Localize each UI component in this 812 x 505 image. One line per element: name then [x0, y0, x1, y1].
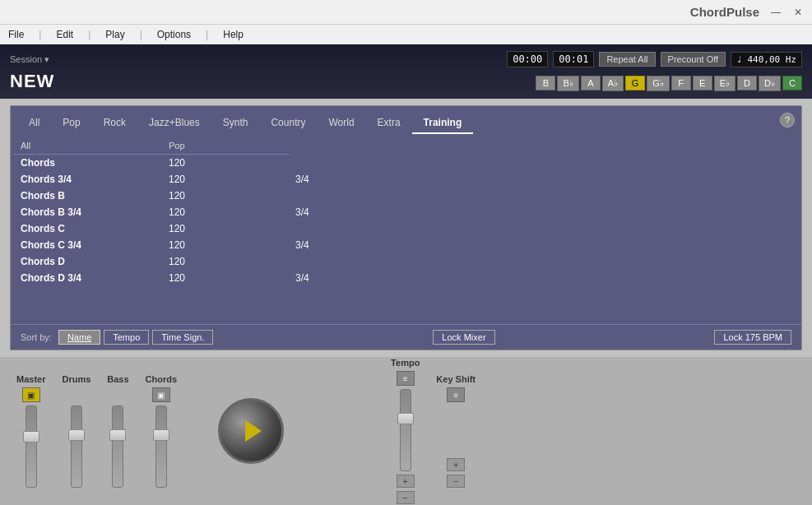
master-label: Master	[16, 374, 45, 384]
chords-fader-track[interactable]	[155, 405, 167, 488]
key-button-Gb[interactable]: G♭	[647, 76, 670, 91]
precount-button[interactable]: Precount Off	[661, 52, 726, 67]
sort-row: Sort by: Name Tempo Time Sign. Lock Mixe…	[11, 324, 801, 350]
category-tabs: AllPopRockJazz+BluesSynthCountryWorldExt…	[11, 106, 801, 134]
chords-fader-group: Chords ▣	[146, 374, 178, 488]
sort-by-tempo[interactable]: Tempo	[104, 330, 149, 345]
key-shift-label: Key Shift	[436, 374, 476, 384]
window-controls: — ✕	[768, 5, 805, 20]
chords-label: Chords	[146, 374, 178, 384]
menu-edit[interactable]: Edit	[51, 27, 78, 42]
master-fader-group: Master ▣	[16, 374, 45, 488]
table-row[interactable]: Chords 3/41203/4	[14, 171, 798, 188]
tempo-down-button[interactable]: −	[397, 491, 415, 504]
key-button-D[interactable]: D	[737, 76, 757, 90]
session-label: Session ▾	[10, 54, 49, 65]
master-fader-handle[interactable]	[23, 431, 39, 442]
tuning-display: ♩ 440,00 Hz	[731, 52, 802, 67]
style-table: AllPop Chords120Chords 3/41203/4Chords B…	[14, 137, 798, 286]
key-button-C[interactable]: C	[782, 76, 802, 90]
sort-by-time-sign[interactable]: Time Sign.	[152, 330, 213, 345]
category-tab-pop[interactable]: Pop	[51, 113, 91, 134]
tempo-mute-button[interactable]: ≡	[397, 371, 415, 386]
table-row[interactable]: Chords C120	[14, 220, 798, 237]
mixer: Master ▣ Drums Bass Chords	[0, 357, 812, 505]
category-tab-all[interactable]: All	[17, 113, 51, 134]
key-shift-up-button[interactable]: +	[447, 458, 465, 471]
chords-fader-handle[interactable]	[153, 429, 169, 441]
category-tab-jazz-blues[interactable]: Jazz+Blues	[137, 113, 211, 134]
title-bar: ChordPulse — ✕	[0, 0, 812, 25]
col-all: Pop	[162, 137, 289, 155]
lock-mixer-button[interactable]: Lock Mixer	[433, 330, 494, 345]
bass-fader-group: Bass	[107, 374, 128, 488]
tempo-fader-handle[interactable]	[397, 413, 414, 424]
key-button-B[interactable]: B	[536, 76, 555, 90]
play-icon	[245, 420, 262, 442]
sort-by-name[interactable]: Name	[58, 330, 100, 345]
bass-fader-track[interactable]	[112, 405, 123, 488]
category-tab-world[interactable]: World	[317, 113, 365, 134]
tempo-up-button[interactable]: +	[397, 475, 415, 488]
style-table-header: AllPop	[14, 137, 798, 155]
sort-label: Sort by:	[21, 332, 52, 342]
content-area: AllPopRockJazz+BluesSynthCountryWorldExt…	[10, 105, 802, 350]
drums-fader-handle[interactable]	[68, 429, 85, 441]
key-shift-mute-button[interactable]: ≡	[447, 387, 465, 402]
key-button-A[interactable]: A	[581, 76, 601, 90]
menu-bar: File | Edit | Play | Options | Help	[0, 25, 812, 44]
category-tab-training[interactable]: Training	[412, 113, 474, 134]
lock-bpm-button[interactable]: Lock 175 BPM	[714, 330, 791, 345]
category-tab-synth[interactable]: Synth	[211, 113, 260, 134]
top-panel: Session ▾ 00:00 00:01 Repeat All Precoun…	[0, 44, 812, 99]
key-button-E[interactable]: E	[693, 76, 712, 90]
key-button-Eb[interactable]: E♭	[714, 76, 735, 91]
table-row[interactable]: Chords B120	[14, 188, 798, 204]
table-row[interactable]: Chords120	[14, 155, 798, 172]
repeat-all-button[interactable]: Repeat All	[599, 52, 655, 67]
master-mute-button[interactable]: ▣	[22, 387, 40, 402]
table-row[interactable]: Chords D 3/41203/4	[14, 270, 798, 286]
play-knob-area	[218, 398, 284, 464]
menu-play[interactable]: Play	[100, 27, 129, 42]
time-display-2: 00:01	[553, 51, 594, 67]
session-controls: 00:00 00:01 Repeat All Precount Off ♩ 44…	[507, 51, 802, 67]
key-row: BB♭AA♭GG♭FEE♭DD♭C	[536, 76, 802, 91]
key-shift-group: Key Shift ≡ + −	[436, 374, 476, 488]
drums-fader-group: Drums	[62, 374, 90, 488]
category-tab-rock[interactable]: Rock	[92, 113, 137, 134]
app-title: ChordPulse	[690, 5, 759, 19]
help-button[interactable]: ?	[780, 113, 795, 127]
tempo-fader-track[interactable]	[400, 389, 411, 471]
category-tab-extra[interactable]: Extra	[366, 113, 412, 134]
key-button-Ab[interactable]: A♭	[602, 76, 624, 91]
time-display-1: 00:00	[507, 51, 548, 67]
tempo-label: Tempo	[391, 358, 420, 368]
master-fader-track[interactable]	[26, 405, 37, 488]
play-knob[interactable]	[218, 398, 284, 464]
minimize-button[interactable]: —	[768, 5, 784, 20]
style-table-body: Chords120Chords 3/41203/4Chords B120Chor…	[14, 155, 798, 287]
table-row[interactable]: Chords D120	[14, 253, 798, 270]
bass-label: Bass	[107, 374, 128, 384]
key-button-Bb[interactable]: B♭	[557, 76, 578, 91]
menu-options[interactable]: Options	[152, 27, 196, 42]
drums-fader-track[interactable]	[71, 405, 82, 488]
table-row[interactable]: Chords B 3/41203/4	[14, 204, 798, 220]
drums-label: Drums	[62, 374, 90, 384]
style-table-container[interactable]: AllPop Chords120Chords 3/41203/4Chords B…	[11, 134, 801, 324]
session-dropdown-icon[interactable]: ▾	[44, 54, 49, 65]
key-button-Db[interactable]: D♭	[759, 76, 781, 91]
tempo-group: Tempo ≡ + −	[391, 358, 420, 504]
menu-file[interactable]: File	[3, 27, 29, 42]
key-shift-down-button[interactable]: −	[447, 475, 465, 488]
close-button[interactable]: ✕	[791, 5, 805, 20]
session-row: Session ▾ 00:00 00:01 Repeat All Precoun…	[10, 51, 802, 67]
bass-fader-handle[interactable]	[109, 429, 126, 441]
key-button-G[interactable]: G	[625, 76, 645, 90]
menu-help[interactable]: Help	[218, 27, 248, 42]
table-row[interactable]: Chords C 3/41203/4	[14, 237, 798, 253]
category-tab-country[interactable]: Country	[259, 113, 317, 134]
key-button-F[interactable]: F	[671, 76, 691, 90]
chords-mute-button[interactable]: ▣	[152, 387, 170, 402]
